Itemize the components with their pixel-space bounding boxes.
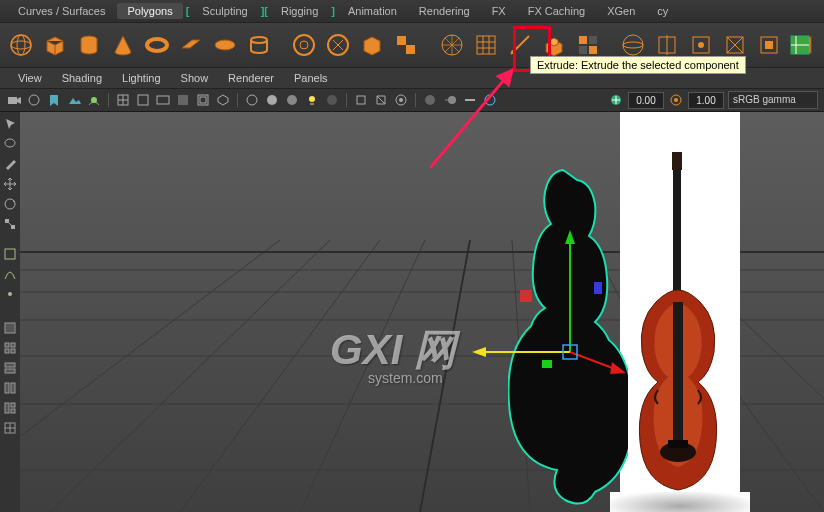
layout-three-icon[interactable] — [2, 400, 18, 416]
subdivide-icon[interactable] — [473, 31, 499, 59]
resolution-gate-icon[interactable] — [155, 92, 171, 108]
panel-renderer[interactable]: Renderer — [220, 72, 282, 84]
svg-rect-59 — [5, 323, 15, 333]
textured-icon[interactable] — [284, 92, 300, 108]
bevel-icon[interactable] — [575, 31, 601, 59]
svg-point-23 — [698, 42, 704, 48]
2d-pan-icon[interactable] — [86, 92, 102, 108]
poly-torus-icon[interactable] — [144, 31, 170, 59]
panel-panels[interactable]: Panels — [286, 72, 336, 84]
wireframe-icon[interactable] — [244, 92, 260, 108]
tab-custom[interactable]: cy — [647, 3, 678, 19]
isolate-select-icon[interactable] — [353, 92, 369, 108]
smooth-shade-icon[interactable] — [264, 92, 280, 108]
exposure-field[interactable]: 0.00 — [628, 92, 664, 109]
tab-xgen[interactable]: XGen — [597, 3, 645, 19]
snap-curve-icon[interactable] — [2, 266, 18, 282]
layout-single-icon[interactable] — [2, 320, 18, 336]
layout-two-h-icon[interactable] — [2, 360, 18, 376]
mirror-icon[interactable] — [654, 31, 680, 59]
tab-fx-caching[interactable]: FX Caching — [518, 3, 595, 19]
bridge-icon[interactable] — [620, 31, 646, 59]
poly-sphere-icon[interactable] — [8, 31, 34, 59]
gamma-icon[interactable] — [668, 92, 684, 108]
toolbox — [0, 112, 21, 512]
svg-rect-66 — [5, 383, 9, 393]
tab-sculpting[interactable]: Sculpting — [192, 3, 257, 19]
tab-rigging[interactable]: Rigging — [271, 3, 328, 19]
tab-animation[interactable]: Animation — [338, 3, 407, 19]
svg-point-1 — [11, 41, 31, 49]
tab-fx[interactable]: FX — [482, 3, 516, 19]
svg-rect-36 — [178, 95, 188, 105]
poly-disc-icon[interactable] — [212, 31, 238, 59]
select-tool-icon[interactable] — [2, 116, 18, 132]
svg-point-31 — [29, 95, 39, 105]
use-lights-icon[interactable] — [304, 92, 320, 108]
combine-icon[interactable] — [359, 31, 385, 59]
shelf-editor-icon[interactable] — [786, 31, 814, 59]
target-weld-icon[interactable] — [722, 31, 748, 59]
poly-cube-icon[interactable] — [42, 31, 68, 59]
separate-icon[interactable] — [393, 31, 419, 59]
scale-tool-icon[interactable] — [2, 216, 18, 232]
smooth-icon[interactable] — [439, 31, 465, 59]
poly-type-icon[interactable] — [325, 31, 351, 59]
colorspace-dropdown[interactable]: sRGB gamma — [728, 91, 818, 109]
xray-joints-icon[interactable] — [393, 92, 409, 108]
motion-blur-icon[interactable] — [442, 92, 458, 108]
svg-rect-56 — [11, 225, 15, 229]
poly-pipe-icon[interactable] — [246, 31, 272, 59]
xray-icon[interactable] — [373, 92, 389, 108]
panel-lighting[interactable]: Lighting — [114, 72, 169, 84]
layout-two-v-icon[interactable] — [2, 380, 18, 396]
svg-rect-16 — [589, 36, 597, 44]
snap-point-icon[interactable] — [2, 286, 18, 302]
perspective-viewport[interactable]: GXI 网 system.com — [20, 112, 824, 512]
panel-view[interactable]: View — [10, 72, 50, 84]
exposure-icon[interactable] — [608, 92, 624, 108]
tab-rendering[interactable]: Rendering — [409, 3, 480, 19]
svg-rect-103 — [542, 360, 552, 368]
move-tool-icon[interactable] — [2, 176, 18, 192]
svg-rect-10 — [397, 36, 406, 45]
platonic-icon[interactable] — [291, 31, 317, 59]
image-plane-icon[interactable] — [66, 92, 82, 108]
layout-custom-icon[interactable] — [2, 420, 18, 436]
viewport-toolbar: 0.00 1.00 sRGB gamma — [0, 89, 824, 112]
rotate-tool-icon[interactable] — [2, 196, 18, 212]
select-camera-icon[interactable] — [6, 92, 22, 108]
panel-shading[interactable]: Shading — [54, 72, 110, 84]
tab-curves-surfaces[interactable]: Curves / Surfaces — [8, 3, 115, 19]
svg-point-39 — [247, 95, 257, 105]
shadows-icon[interactable] — [324, 92, 340, 108]
paint-select-icon[interactable] — [2, 156, 18, 172]
merge-icon[interactable] — [756, 31, 782, 59]
field-chart-icon[interactable] — [195, 92, 211, 108]
snap-grid-icon[interactable] — [2, 246, 18, 262]
poly-cylinder-icon[interactable] — [76, 31, 102, 59]
dof-icon[interactable] — [482, 92, 498, 108]
quad-draw-icon[interactable] — [688, 31, 714, 59]
ssao-icon[interactable] — [422, 92, 438, 108]
svg-rect-15 — [579, 36, 587, 44]
panel-show[interactable]: Show — [173, 72, 217, 84]
gamma-field[interactable]: 1.00 — [688, 92, 724, 109]
svg-point-52 — [674, 98, 678, 102]
gate-mask-icon[interactable] — [175, 92, 191, 108]
bookmark-icon[interactable] — [46, 92, 62, 108]
lock-camera-icon[interactable] — [26, 92, 42, 108]
grid-icon[interactable] — [115, 92, 131, 108]
aa-icon[interactable] — [462, 92, 478, 108]
film-gate-icon[interactable] — [135, 92, 151, 108]
layout-four-icon[interactable] — [2, 340, 18, 356]
svg-marker-100 — [472, 347, 486, 357]
poly-cone-icon[interactable] — [110, 31, 136, 59]
tab-polygons[interactable]: Polygons — [117, 3, 182, 19]
lasso-tool-icon[interactable] — [2, 136, 18, 152]
move-manipulator[interactable] — [450, 222, 630, 382]
poly-plane-icon[interactable] — [178, 31, 204, 59]
safe-action-icon[interactable] — [215, 92, 231, 108]
svg-rect-105 — [520, 290, 532, 302]
svg-point-49 — [485, 95, 495, 105]
